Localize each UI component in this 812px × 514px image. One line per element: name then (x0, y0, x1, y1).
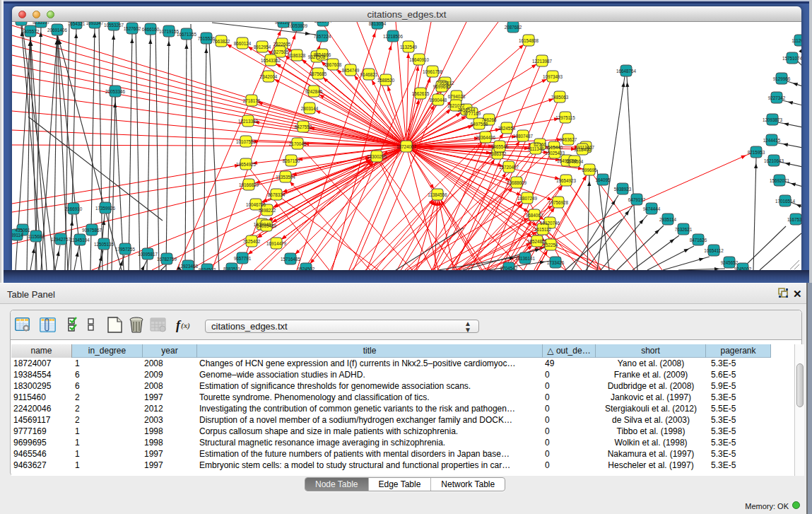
svg-text:19654925: 19654925 (236, 162, 257, 167)
svg-text:16914479: 16914479 (266, 241, 287, 246)
svg-text:8454749: 8454749 (342, 68, 360, 73)
svg-text:10120746: 10120746 (540, 221, 560, 226)
svg-text:10973493: 10973493 (543, 74, 563, 79)
svg-text:8660124: 8660124 (234, 41, 252, 46)
svg-text:3498222: 3498222 (259, 208, 276, 213)
svg-text:3875685: 3875685 (310, 71, 327, 76)
svg-text:9699695: 9699695 (433, 84, 451, 89)
svg-text:18724007: 18724007 (396, 144, 417, 149)
svg-text:10688609: 10688609 (507, 180, 527, 185)
svg-text:15751074: 15751074 (782, 56, 801, 61)
svg-text:9684067: 9684067 (526, 213, 543, 218)
svg-text:16648764: 16648764 (616, 69, 637, 74)
svg-text:18640910: 18640910 (409, 57, 430, 62)
svg-text:8427552: 8427552 (295, 124, 312, 129)
svg-text:9327505: 9327505 (271, 49, 289, 54)
svg-text:12218506: 12218506 (383, 34, 404, 39)
svg-text:18300295: 18300295 (367, 154, 387, 159)
svg-text:12093873: 12093873 (763, 117, 783, 122)
svg-text:8912954: 8912954 (254, 45, 271, 49)
svg-text:17957255: 17957255 (115, 247, 136, 252)
svg-text:9463627: 9463627 (560, 137, 577, 142)
svg-text:1167533: 1167533 (787, 217, 801, 222)
svg-text:9854666: 9854666 (314, 52, 331, 57)
svg-text:10046766: 10046766 (246, 202, 266, 207)
svg-text:9515440: 9515440 (546, 145, 563, 150)
svg-text:9146821: 9146821 (360, 72, 378, 77)
svg-text:10095817: 10095817 (138, 252, 158, 257)
svg-text:1527602: 1527602 (124, 26, 141, 31)
svg-text:1093347: 1093347 (86, 22, 104, 25)
svg-text:12213987: 12213987 (532, 59, 553, 64)
svg-text:1405572: 1405572 (22, 29, 40, 34)
svg-text:12942757: 12942757 (51, 237, 71, 242)
svg-text:12213389: 12213389 (238, 119, 259, 124)
svg-text:5938923: 5938923 (614, 187, 632, 192)
svg-text:9118406: 9118406 (574, 147, 592, 152)
svg-text:15716485: 15716485 (281, 257, 301, 262)
svg-text:8678334: 8678334 (268, 192, 286, 197)
svg-text:2803144: 2803144 (301, 106, 319, 111)
svg-text:8267150: 8267150 (283, 158, 300, 163)
svg-text:9657791: 9657791 (234, 256, 252, 261)
svg-text:15692071: 15692071 (770, 178, 790, 183)
svg-text:1562615: 1562615 (412, 91, 430, 96)
svg-text:699695: 699695 (582, 168, 597, 173)
svg-text:9235107: 9235107 (33, 22, 50, 25)
svg-text:2718176: 2718176 (243, 98, 261, 103)
svg-text:8439104: 8439104 (13, 22, 30, 23)
svg-text:16210643: 16210643 (764, 158, 784, 163)
svg-text:6479197: 6479197 (628, 197, 646, 202)
svg-text:1649504: 1649504 (566, 159, 584, 164)
svg-text:6794028: 6794028 (448, 94, 466, 99)
svg-text:9111346: 9111346 (527, 146, 544, 151)
svg-text:39114: 39114 (12, 233, 23, 238)
svg-text:252254: 252254 (543, 243, 558, 247)
svg-text:2087682: 2087682 (505, 25, 522, 30)
svg-text:9777169: 9777169 (464, 111, 481, 116)
svg-text:435061: 435061 (15, 228, 30, 233)
svg-text:8186328: 8186328 (288, 53, 306, 58)
svg-text:8471626: 8471626 (690, 238, 707, 243)
svg-text:7654321: 7654321 (68, 22, 86, 26)
svg-text:11384556: 11384556 (428, 192, 447, 197)
svg-text:18807249: 18807249 (517, 196, 538, 201)
svg-text:12923468: 12923468 (178, 264, 199, 269)
svg-text:17359926: 17359926 (95, 206, 116, 211)
svg-text:7485063: 7485063 (551, 95, 569, 100)
svg-text:7625402: 7625402 (243, 239, 261, 244)
svg-text:2935114: 2935114 (659, 217, 677, 222)
svg-text:90975867: 90975867 (82, 228, 102, 233)
svg-text:9245652: 9245652 (721, 260, 739, 265)
svg-text:7386372: 7386372 (489, 151, 507, 156)
svg-text:1615112: 1615112 (534, 227, 552, 232)
svg-text:7663822: 7663822 (213, 39, 230, 44)
svg-text:8131044: 8131044 (314, 22, 332, 23)
svg-text:(x): (x) (181, 321, 190, 330)
svg-text:19756928: 19756928 (548, 200, 569, 205)
svg-text:164095: 164095 (595, 177, 611, 182)
svg-text:2342004: 2342004 (260, 74, 278, 79)
svg-text:16154808: 16154808 (519, 38, 539, 43)
svg-text:17016514: 17016514 (775, 199, 796, 204)
svg-text:14136141: 14136141 (515, 256, 536, 261)
svg-text:8990448: 8990448 (430, 98, 447, 103)
svg-text:9227342: 9227342 (768, 95, 786, 100)
svg-text:2170046: 2170046 (289, 141, 307, 146)
svg-text:9465546: 9465546 (491, 144, 509, 149)
svg-text:11353594: 11353594 (276, 175, 295, 180)
svg-text:14099489: 14099489 (257, 223, 277, 228)
svg-text:8215953: 8215953 (748, 150, 765, 155)
svg-text:10807487: 10807487 (513, 134, 534, 139)
svg-text:1115682: 1115682 (28, 234, 45, 239)
svg-text:7632621: 7632621 (675, 227, 693, 232)
svg-text:1733426: 1733426 (547, 260, 565, 265)
svg-text:20053346: 20053346 (105, 89, 126, 94)
svg-text:9242845: 9242845 (305, 89, 323, 94)
svg-text:1244415: 1244415 (763, 138, 781, 143)
svg-text:1588520: 1588520 (377, 78, 395, 83)
svg-text:6466160: 6466160 (142, 27, 160, 32)
svg-text:16782759: 16782759 (157, 257, 177, 262)
svg-text:15720407: 15720407 (499, 165, 519, 170)
svg-text:2322605: 2322605 (273, 42, 291, 47)
